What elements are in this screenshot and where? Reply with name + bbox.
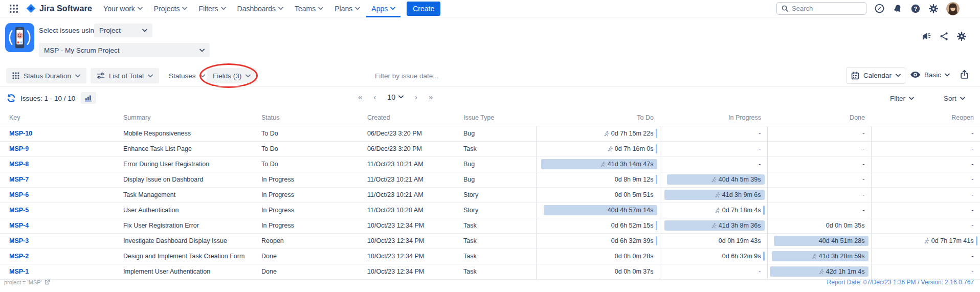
bar-chart-icon[interactable] <box>81 92 96 104</box>
app-switcher-icon[interactable] <box>5 4 23 13</box>
duration-cell-done: - <box>767 156 871 172</box>
project-selector-dropdown[interactable]: MSP - My Scrum Project <box>39 43 210 57</box>
view-mode-dropdown[interactable]: Basic <box>910 71 950 79</box>
issue-key-link[interactable]: MSP-9 <box>9 145 29 152</box>
issue-type-cell: Bug <box>460 156 536 172</box>
issue-type-cell: Bug <box>460 126 536 141</box>
issues-count: Issues: 1 - 10 / 10 <box>20 95 75 102</box>
refresh-icon[interactable] <box>7 94 16 103</box>
duration-cell-done: - <box>767 203 871 218</box>
external-link-icon[interactable] <box>44 279 50 285</box>
nav-item-your-work[interactable]: Your work <box>98 0 148 17</box>
issue-key-link[interactable]: MSP-5 <box>9 207 29 214</box>
display-mode-dropdown[interactable]: List of Total <box>91 68 159 83</box>
chevron-down-icon <box>148 74 153 78</box>
issue-key-link[interactable]: MSP-1 <box>9 268 29 275</box>
duration-cell-todo: 41d 3h 14m 47s <box>536 156 660 172</box>
user-avatar[interactable] <box>946 2 960 15</box>
issue-key-link[interactable]: MSP-7 <box>9 176 29 183</box>
issue-key-link[interactable]: MSP-3 <box>9 237 29 244</box>
chevron-down-icon <box>278 7 283 10</box>
issue-key-link[interactable]: MSP-6 <box>9 191 29 198</box>
issue-type-cell: Bug <box>460 172 536 187</box>
table-row: MSP-2Design and Implement Task Creation … <box>0 249 980 264</box>
issue-key-link[interactable]: MSP-2 <box>9 253 29 260</box>
report-settings-gear-icon[interactable] <box>956 31 967 41</box>
duration-cell-reopen: 0d 7h 17m 41s <box>871 233 980 249</box>
global-search[interactable] <box>776 2 866 15</box>
jira-logo[interactable]: Jira Software <box>24 3 97 14</box>
notifications-bell-icon[interactable] <box>893 4 903 14</box>
chevron-down-icon <box>390 7 395 10</box>
nav-item-plans[interactable]: Plans <box>329 0 365 17</box>
settings-gear-icon[interactable] <box>928 4 939 14</box>
issue-key-link[interactable]: MSP-8 <box>9 161 29 168</box>
summary-cell: User Authentication <box>120 203 258 218</box>
duration-cell-reopen: - <box>871 141 980 156</box>
column-header-summary: Summary <box>120 109 258 126</box>
duration-cell-done: - <box>767 126 871 141</box>
issues-table: KeySummaryStatusCreatedIssue TypeTo DoIn… <box>0 109 980 280</box>
help-icon[interactable]: ? <box>910 4 921 14</box>
issue-type-cell: Task <box>460 141 536 156</box>
fields-dropdown[interactable]: Fields (3) <box>207 68 257 83</box>
table-row: MSP-7Display Issue on DashboardIn Progre… <box>0 172 980 187</box>
announcement-megaphone-icon[interactable] <box>921 31 932 42</box>
duration-cell-in_progress: - <box>660 156 767 172</box>
key-cell: MSP-3 <box>0 233 120 249</box>
issue-type-cell: Task <box>460 249 536 264</box>
status-cell: In Progress <box>258 172 364 187</box>
chevron-down-icon <box>200 74 205 78</box>
logo-text: Jira Software <box>39 4 92 13</box>
key-cell: MSP-5 <box>0 203 120 218</box>
column-header-key: Key <box>0 109 120 126</box>
discover-compass-icon[interactable] <box>874 3 885 14</box>
nav-item-projects[interactable]: Projects <box>149 0 193 17</box>
next-page-button[interactable]: › <box>415 93 417 101</box>
nav-item-teams[interactable]: Teams <box>289 0 328 17</box>
select-issues-using-dropdown[interactable]: Project <box>94 24 152 37</box>
page-size-dropdown[interactable]: 10 <box>387 93 404 101</box>
issue-key-link[interactable]: MSP-10 <box>9 130 32 137</box>
chevron-down-icon <box>138 7 143 10</box>
jira-diamond-icon <box>26 3 36 14</box>
table-row: MSP-8Error During User RegistrationTo Do… <box>0 156 980 172</box>
summary-cell: Investigate Dashboard Display Issue <box>120 233 258 249</box>
status-cell: To Do <box>258 126 364 141</box>
report-type-dropdown[interactable]: Status Duration <box>6 68 86 83</box>
table-row: MSP-6Task ManagementIn Progress11/Oct/23… <box>0 187 980 203</box>
share-icon[interactable] <box>939 31 949 41</box>
duration-cell-reopen: - <box>871 156 980 172</box>
table-row: MSP-9Enhance Task List PageTo Do06/Dec/2… <box>0 141 980 156</box>
status-cell: Done <box>258 264 364 279</box>
prev-page-button[interactable]: ‹ <box>373 93 376 101</box>
duration-cell-todo: 0d 6h 52m 15s <box>536 218 660 233</box>
nav-item-dashboards[interactable]: Dashboards <box>232 0 289 17</box>
status-cell: Done <box>258 249 364 264</box>
issue-date-filter[interactable]: Filter by issue date... <box>375 72 439 80</box>
last-page-button[interactable]: » <box>429 93 433 101</box>
issue-type-cell: Story <box>460 187 536 203</box>
sort-dropdown[interactable]: Sort <box>944 95 965 102</box>
chevron-down-icon <box>945 73 950 77</box>
key-cell: MSP-6 <box>0 187 120 203</box>
filter-dropdown[interactable]: Filter <box>890 95 914 102</box>
status-duration-app-logo <box>5 23 34 52</box>
column-header-to-do: To Do <box>536 109 660 126</box>
first-page-button[interactable]: « <box>358 93 362 101</box>
status-cell: To Do <box>258 141 364 156</box>
issue-key-link[interactable]: MSP-4 <box>9 222 29 229</box>
nav-item-filters[interactable]: Filters <box>193 0 231 17</box>
status-cell: In Progress <box>258 203 364 218</box>
nav-item-apps[interactable]: Apps <box>366 0 400 17</box>
search-input[interactable] <box>792 5 853 12</box>
statuses-dropdown[interactable]: Statuses <box>163 68 211 83</box>
create-button[interactable]: Create <box>407 2 440 16</box>
duration-cell-todo: 0d 0h 0m 28s <box>536 249 660 264</box>
status-cell: In Progress <box>258 187 364 203</box>
calendar-dropdown[interactable]: Calendar <box>847 67 905 84</box>
chevron-down-icon <box>318 7 323 10</box>
key-cell: MSP-4 <box>0 218 120 233</box>
export-icon[interactable] <box>960 70 969 79</box>
table-row: MSP-4Fix User Registration ErrorIn Progr… <box>0 218 980 233</box>
